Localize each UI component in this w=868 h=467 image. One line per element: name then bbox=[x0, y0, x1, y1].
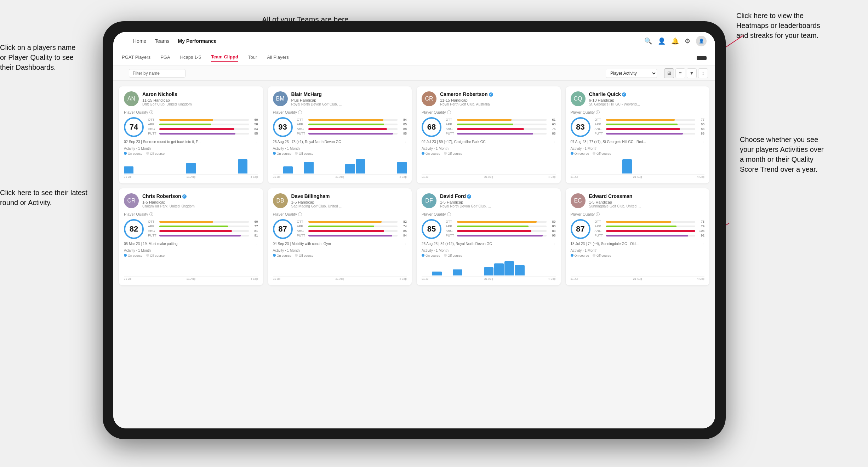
player-info: Aaron Nicholls11-15 HandicapDrift Golf C… bbox=[142, 91, 258, 106]
quality-score[interactable]: 68 bbox=[422, 117, 441, 137]
stat-label: APP bbox=[297, 123, 306, 126]
legend-dot bbox=[422, 254, 424, 257]
player-header: CQCharlie Quick✓6-10 HandicapSt. George'… bbox=[571, 91, 705, 106]
nav-link-performance[interactable]: My Performance bbox=[178, 38, 217, 44]
sub-nav-all-players[interactable]: All Players bbox=[267, 55, 289, 61]
show-select[interactable]: Player Activity Quality Score Trend bbox=[606, 69, 657, 78]
quality-score[interactable]: 85 bbox=[422, 219, 441, 239]
sub-nav: PGAT Players PGA Hcaps 1-5 Team Clippd T… bbox=[113, 50, 715, 66]
player-card[interactable]: ECEdward Crossman1-5 HandicapSunningdale… bbox=[566, 188, 710, 285]
quality-score[interactable]: 82 bbox=[124, 219, 144, 239]
sub-nav-pgat[interactable]: PGAT Players bbox=[122, 55, 150, 61]
filter-view-button[interactable]: ▼ bbox=[687, 68, 697, 78]
sub-nav-pga[interactable]: PGA bbox=[160, 55, 170, 61]
compact-view-button[interactable]: ≡ bbox=[675, 68, 685, 78]
player-name[interactable]: Edward Crossman bbox=[589, 193, 705, 199]
legend-item: Off course bbox=[593, 152, 611, 155]
player-grid: ANAaron Nicholls11-15 HandicapDrift Golf… bbox=[119, 86, 709, 285]
legend-item: Off course bbox=[295, 152, 313, 155]
stat-label: ARG bbox=[595, 229, 604, 233]
stat-track bbox=[457, 235, 547, 237]
legend-item: On course bbox=[422, 152, 440, 155]
player-name[interactable]: Charlie Quick✓ bbox=[589, 91, 705, 97]
quality-score[interactable]: 83 bbox=[571, 117, 590, 137]
player-name[interactable]: Chris Robertson✓ bbox=[142, 193, 258, 199]
nav-link-home[interactable]: Home bbox=[133, 38, 146, 44]
sub-nav-hcaps[interactable]: Hcaps 1-5 bbox=[180, 55, 201, 61]
bell-icon[interactable]: 🔔 bbox=[671, 37, 679, 45]
quality-score[interactable]: 87 bbox=[273, 219, 293, 239]
player-card[interactable]: CRChris Robertson✓1-5 HandicapCraigmilla… bbox=[119, 188, 263, 285]
add-team-button[interactable] bbox=[697, 56, 707, 60]
stat-label: APP bbox=[297, 224, 306, 228]
stat-value: 88 bbox=[400, 127, 407, 131]
stat-track bbox=[606, 221, 696, 223]
player-name[interactable]: Dave Billingham bbox=[291, 193, 407, 199]
stat-value: 81 bbox=[251, 229, 258, 233]
grid-view-button[interactable]: ⊞ bbox=[664, 68, 674, 78]
sort-view-button[interactable]: ↕ bbox=[698, 68, 708, 78]
player-info: Cameron Robertson✓11-15 HandicapRoyal Pe… bbox=[440, 91, 556, 106]
player-name[interactable]: Blair McHarg bbox=[291, 91, 407, 97]
search-icon[interactable]: 🔍 bbox=[644, 37, 652, 45]
chart-date: 21 Aug bbox=[484, 175, 493, 178]
player-card[interactable]: DFDavid Ford✓1-5 HandicapRoyal North Dev… bbox=[417, 188, 561, 285]
chart-date: 4 Sep bbox=[251, 175, 258, 178]
stat-bar-row: PUTT96 bbox=[446, 234, 556, 237]
player-card[interactable]: ANAaron Nicholls11-15 HandicapDrift Golf… bbox=[119, 86, 263, 183]
player-card[interactable]: CRCameron Robertson✓11-15 HandicapRoyal … bbox=[417, 86, 561, 183]
player-club: Sag Maging Golf Club, United Kingdom bbox=[291, 204, 344, 208]
player-card[interactable]: CQCharlie Quick✓6-10 HandicapSt. George'… bbox=[566, 86, 710, 183]
activity-chart bbox=[571, 157, 705, 175]
chart-date: 4 Sep bbox=[697, 175, 704, 178]
sub-nav-team-clippd[interactable]: Team Clippd bbox=[211, 54, 238, 62]
player-card[interactable]: DBDave Billingham1-5 HandicapSag Maging … bbox=[268, 188, 412, 285]
stat-bar-row: ARG83 bbox=[446, 229, 556, 233]
stat-value: 80 bbox=[549, 224, 556, 228]
stat-bar-row: APP80 bbox=[446, 224, 556, 228]
sub-nav-tour[interactable]: Tour bbox=[248, 55, 257, 61]
stat-bar-row: APP79 bbox=[595, 224, 705, 228]
legend-dot bbox=[593, 152, 595, 155]
toolbar: Player Activity Quality Score Trend ⊞ ≡ … bbox=[113, 66, 715, 81]
stat-track bbox=[159, 119, 249, 121]
avatar[interactable]: 👤 bbox=[696, 36, 707, 46]
stat-label: APP bbox=[446, 224, 455, 228]
stat-label: APP bbox=[595, 123, 604, 126]
last-round[interactable]: 26 Aug 23 | 73 (+1), Royal North Devon G… bbox=[273, 140, 407, 144]
nav-link-teams[interactable]: Teams bbox=[155, 38, 169, 44]
player-name[interactable]: Aaron Nicholls bbox=[142, 91, 258, 97]
chart-date: 21 Aug bbox=[633, 175, 642, 178]
activity-label: Activity · 1 Month bbox=[124, 249, 258, 252]
last-round[interactable]: 26 Aug 23 | 84 (+12), Royal North Devon … bbox=[422, 242, 556, 246]
chart-date: 31 Jul bbox=[124, 175, 131, 178]
settings-icon[interactable]: ⚙ bbox=[685, 37, 690, 45]
stat-track bbox=[457, 128, 547, 130]
quality-score[interactable]: 74 bbox=[124, 117, 144, 137]
last-round[interactable]: 04 Sep 23 | Mobility with coach, Gym→ bbox=[273, 242, 407, 246]
stat-track bbox=[457, 221, 547, 223]
stat-fill bbox=[159, 230, 232, 232]
stat-value: 85 bbox=[251, 132, 258, 135]
last-round[interactable]: 05 Mar 23 | 19, Must make putting→ bbox=[124, 242, 258, 246]
last-round-arrow: → bbox=[403, 140, 407, 144]
last-round[interactable]: 07 Aug 23 | 77 (+7), St George's Hill GC… bbox=[571, 140, 705, 144]
stat-fill bbox=[457, 235, 543, 237]
last-round[interactable]: 18 Jul 23 | 74 (+4), Sunningdale GC - Ol… bbox=[571, 242, 705, 246]
activity-legend: On courseOff course bbox=[273, 152, 407, 155]
activity-legend: On courseOff course bbox=[124, 254, 258, 257]
last-round[interactable]: 02 Jul 23 | 59 (+17), Craigmillar Park G… bbox=[422, 140, 556, 144]
quality-score[interactable]: 93 bbox=[273, 117, 293, 137]
stat-fill bbox=[308, 119, 383, 121]
filter-input[interactable] bbox=[129, 69, 185, 78]
stat-value: 60 bbox=[251, 220, 258, 223]
person-icon[interactable]: 👤 bbox=[658, 37, 666, 45]
quality-score[interactable]: 87 bbox=[571, 219, 590, 239]
stat-label: PUTT bbox=[595, 234, 604, 237]
player-name[interactable]: David Ford✓ bbox=[440, 193, 556, 199]
stat-fill bbox=[308, 221, 382, 223]
player-name[interactable]: Cameron Robertson✓ bbox=[440, 91, 556, 97]
last-round[interactable]: 02 Sep 23 | Sunrose round to get back in… bbox=[124, 140, 258, 144]
player-card[interactable]: BMBlair McHargPlus HandicapRoyal North D… bbox=[268, 86, 412, 183]
stat-fill bbox=[308, 124, 384, 125]
